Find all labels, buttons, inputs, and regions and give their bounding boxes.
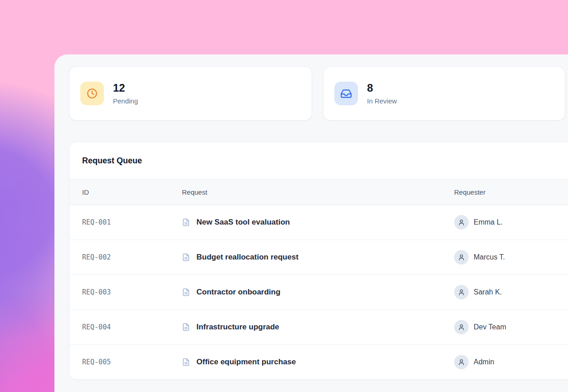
in-review-count: 8 <box>367 82 397 94</box>
avatar <box>454 215 469 230</box>
table-row[interactable]: REQ-002 Budget reallocation request <box>69 240 568 275</box>
request-id: REQ-002 <box>82 253 182 261</box>
requester-name: Emma L. <box>474 218 503 226</box>
table-header-row: ID Request Requester <box>69 180 568 205</box>
table-row[interactable]: REQ-003 Contractor onboarding <box>69 275 568 310</box>
file-text-icon <box>182 288 190 296</box>
file-text-icon <box>182 253 190 261</box>
stat-card-pending: 12 Pending <box>69 66 312 121</box>
request-title: Contractor onboarding <box>196 288 280 297</box>
stat-card-in-review: 8 In Review <box>323 66 565 121</box>
request-title: Budget reallocation request <box>196 253 299 262</box>
request-title: Office equipment purchase <box>196 358 296 367</box>
request-id: REQ-003 <box>82 288 182 296</box>
clock-icon <box>80 82 104 105</box>
request-queue-card: Request Queue ID Request Requester REQ-0… <box>69 142 568 380</box>
avatar <box>454 250 469 265</box>
table-title: Request Queue <box>69 142 568 180</box>
file-text-icon <box>182 218 190 226</box>
file-text-icon <box>182 323 190 331</box>
requester-name: Sarah K. <box>474 288 502 296</box>
pending-count: 12 <box>113 82 138 94</box>
stat-text: 12 Pending <box>113 82 138 104</box>
main-panel: 12 Pending 8 In Review Request Queue ID … <box>54 54 568 392</box>
request-id: REQ-005 <box>82 358 182 366</box>
column-header-request: Request <box>182 188 454 196</box>
request-title: Infrastructure upgrade <box>196 323 279 332</box>
column-header-requester: Requester <box>454 188 568 196</box>
page-background: { "stats": [ { "value": "12", "label": "… <box>0 0 568 392</box>
inbox-icon <box>334 82 358 105</box>
column-header-id: ID <box>82 188 182 196</box>
table-row[interactable]: REQ-004 Infrastructure upgrade <box>69 310 568 345</box>
table-row[interactable]: REQ-001 New SaaS tool evaluation <box>69 205 568 240</box>
requester-name: Admin <box>474 358 494 366</box>
file-text-icon <box>182 358 190 366</box>
in-review-label: In Review <box>367 97 397 105</box>
requester-name: Dev Team <box>474 323 506 331</box>
request-id: REQ-001 <box>82 218 182 226</box>
avatar <box>454 285 469 299</box>
pending-label: Pending <box>113 97 138 105</box>
request-id: REQ-004 <box>82 323 182 331</box>
stat-text: 8 In Review <box>367 82 397 104</box>
requester-name: Marcus T. <box>474 253 505 261</box>
avatar <box>454 355 469 369</box>
request-title: New SaaS tool evaluation <box>196 218 290 227</box>
avatar <box>454 320 469 334</box>
table-row[interactable]: REQ-005 Office equipment purchase <box>69 345 568 379</box>
stat-cards-row: 12 Pending 8 In Review <box>69 66 568 121</box>
